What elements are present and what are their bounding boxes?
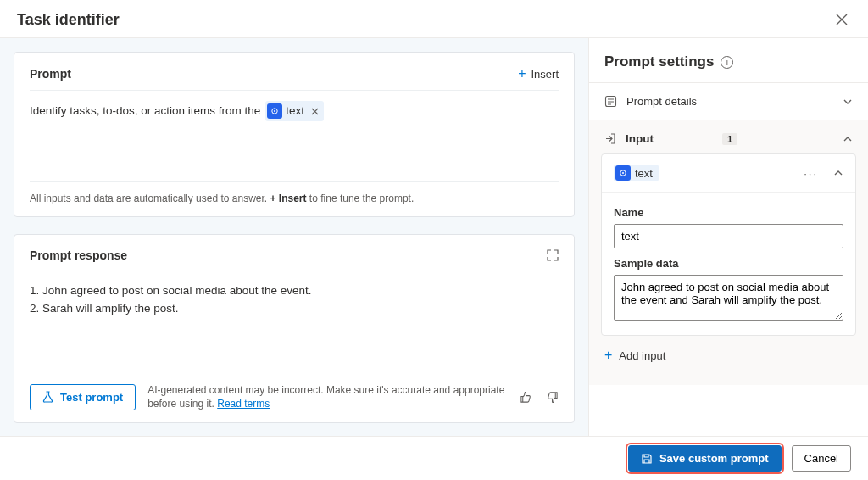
input-section-label: Input: [626, 132, 714, 145]
add-input-button[interactable]: + Add input: [601, 336, 856, 375]
sample-data-field-label: Sample data: [614, 257, 843, 270]
variable-chip-label: text: [286, 102, 304, 120]
prompt-details-label: Prompt details: [626, 95, 834, 108]
dialog-title: Task identifier: [17, 11, 120, 29]
test-prompt-label: Test prompt: [60, 391, 123, 404]
variable-icon: [615, 165, 631, 181]
svg-point-4: [622, 172, 624, 174]
test-prompt-button[interactable]: Test prompt: [30, 384, 136, 410]
flask-icon: [42, 391, 53, 403]
input-section-icon: [604, 132, 617, 145]
response-line: 2. Sarah will amplify the post.: [30, 299, 559, 317]
name-field-label: Name: [614, 206, 843, 219]
input-chip-label: text: [635, 167, 653, 180]
prompt-card: Prompt + Insert Identify tasks, to-dos, …: [14, 52, 575, 217]
name-input[interactable]: [614, 224, 843, 248]
response-body: 1. John agreed to post on social media a…: [30, 282, 559, 317]
save-button-label: Save custom prompt: [659, 452, 769, 465]
save-custom-prompt-button[interactable]: Save custom prompt: [628, 445, 782, 472]
settings-title: Prompt settings: [604, 53, 714, 70]
input-item-card: text ··· Name Sample data: [601, 153, 856, 336]
input-count-badge: 1: [722, 133, 737, 145]
chip-remove-icon[interactable]: [311, 108, 319, 115]
editor-column: Prompt + Insert Identify tasks, to-dos, …: [0, 38, 588, 437]
save-icon: [641, 453, 653, 465]
add-input-label: Add input: [619, 349, 665, 362]
dialog-footer: Save custom prompt Cancel: [0, 436, 868, 480]
plus-icon: +: [518, 66, 526, 81]
thumbs-up-icon[interactable]: [520, 391, 532, 404]
close-icon[interactable]: [832, 10, 851, 29]
variable-icon: [267, 103, 282, 119]
chevron-down-icon: [843, 97, 853, 107]
prompt-hint: All inputs and data are automatically us…: [30, 181, 559, 204]
details-icon: [604, 95, 618, 108]
input-section-header[interactable]: Input 1: [601, 120, 856, 153]
response-card: Prompt response 1. John agreed to post o…: [14, 234, 575, 423]
prompt-section-title: Prompt: [30, 67, 71, 81]
response-section-title: Prompt response: [30, 248, 127, 262]
thumbs-down-icon[interactable]: [546, 391, 559, 404]
cancel-button[interactable]: Cancel: [792, 445, 851, 472]
input-variable-chip: text: [614, 165, 659, 181]
response-line: 1. John agreed to post on social media a…: [30, 282, 559, 299]
ai-disclaimer: AI-generated content may be incorrect. M…: [147, 383, 508, 410]
more-options-icon[interactable]: ···: [804, 167, 818, 180]
prompt-text-area[interactable]: Identify tasks, to-dos, or action items …: [30, 101, 559, 121]
chevron-up-icon: [843, 134, 853, 144]
insert-button[interactable]: + Insert: [518, 66, 559, 81]
plus-icon: +: [604, 348, 612, 363]
insert-label: Insert: [531, 68, 559, 81]
prompt-details-section[interactable]: Prompt details: [589, 82, 868, 120]
svg-point-1: [274, 110, 275, 112]
chevron-up-icon[interactable]: [833, 168, 843, 178]
info-icon[interactable]: i: [721, 56, 733, 69]
prompt-text-before: Identify tasks, to-dos, or action items …: [30, 104, 264, 117]
sample-data-textarea[interactable]: [614, 275, 843, 321]
settings-panel: Prompt settings i Prompt details Input 1: [588, 38, 868, 437]
expand-icon[interactable]: [547, 249, 559, 261]
dialog-header: Task identifier: [0, 0, 868, 38]
read-terms-link[interactable]: Read terms: [217, 398, 270, 410]
variable-chip-text[interactable]: text: [265, 101, 324, 121]
